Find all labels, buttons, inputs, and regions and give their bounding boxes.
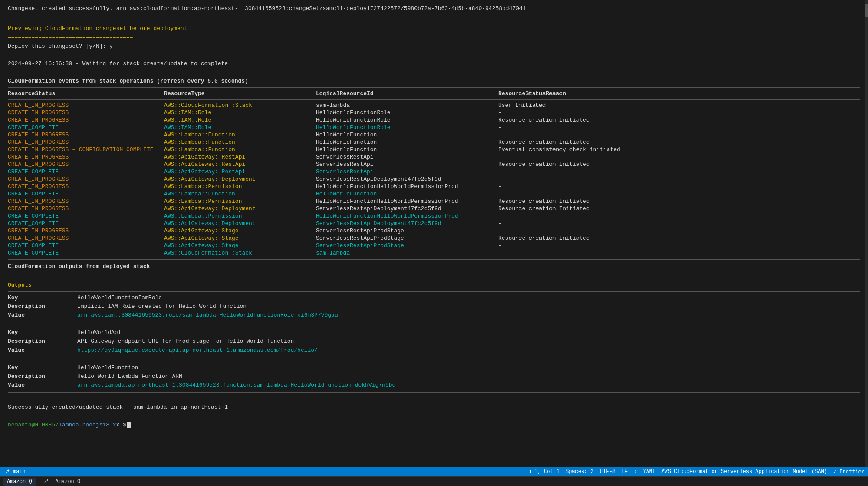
row-reason: User Initiated xyxy=(498,102,860,109)
output-row-3-desc: Description Hello World Lambda Function … xyxy=(8,372,860,381)
row-status: CREATE_IN_PROGRESS xyxy=(8,102,164,109)
row-type: AWS::Lambda::Permission xyxy=(164,183,316,190)
blank xyxy=(8,272,860,281)
table-row: CREATE_COMPLETE AWS::Lambda::Permission … xyxy=(8,212,860,220)
output-row-3: Key HelloWorldFunction xyxy=(8,364,860,372)
table-row: CREATE_IN_PROGRESS AWS::Lambda::Function… xyxy=(8,131,860,139)
row-status: CREATE_IN_PROGRESS xyxy=(8,228,164,234)
row-reason: Resource creation Initiated xyxy=(498,161,860,168)
out-value-2: https://qy9iqhqiue.execute-api.ap-northe… xyxy=(77,346,860,355)
table-row: CREATE_IN_PROGRESS AWS::ApiGateway::Depl… xyxy=(8,175,860,183)
amazon-q-button[interactable]: Amazon Q xyxy=(3,478,36,486)
out-desc-1: Implicit IAM Role created for Hello Worl… xyxy=(77,302,860,311)
out-desc-2: API Gateway endpoint URL for Prod stage … xyxy=(77,337,860,346)
divider1 xyxy=(8,87,860,88)
output-row-3-val: Value arn:aws:lambda:ap-northeast-1:3084… xyxy=(8,381,860,390)
row-status: CREATE_COMPLETE xyxy=(8,169,164,175)
output-row-2-val: Value https://qy9iqhqiue.execute-api.ap-… xyxy=(8,346,860,355)
row-status: CREATE_IN_PROGRESS xyxy=(8,154,164,160)
row-status: CREATE_IN_PROGRESS xyxy=(8,117,164,123)
row-type: AWS::IAM::Role xyxy=(164,117,316,123)
row-logical: sam-lambda xyxy=(316,250,498,256)
row-logical: ServerlessRestApiProdStage xyxy=(316,235,498,241)
row-type: AWS::Lambda::Permission xyxy=(164,213,316,219)
row-status: CREATE_COMPLETE xyxy=(8,242,164,249)
waiting-line: 2024-09-27 16:36:30 - Waiting for stack … xyxy=(8,60,860,68)
row-reason: – xyxy=(498,132,860,138)
blank xyxy=(8,320,860,328)
row-reason: – xyxy=(498,176,860,182)
row-logical: ServerlessRestApiDeployment47fc2d5f9d xyxy=(316,220,498,227)
lang-icon: ↕ xyxy=(634,469,637,475)
row-reason: – xyxy=(498,242,860,249)
prompt-path: lambda-nodejs18.x xyxy=(59,422,116,428)
row-logical: ServerlessRestApi xyxy=(316,154,498,160)
row-status: CREATE_IN_PROGRESS xyxy=(8,198,164,205)
row-logical: ServerlessRestApi xyxy=(316,161,498,168)
row-status: CREATE_IN_PROGRESS – CONFIGURATION_COMPL… xyxy=(8,146,164,153)
row-reason: – xyxy=(498,228,860,234)
row-logical: HelloWorldFunction xyxy=(316,132,498,138)
row-reason: Resource creation Initiated xyxy=(498,139,860,145)
row-type: AWS::Lambda::Function xyxy=(164,139,316,145)
row-logical: HelloWorldFunctionRole xyxy=(316,124,498,131)
row-type: AWS::CloudFormation::Stack xyxy=(164,250,316,256)
row-logical: ServerlessRestApiDeployment47fc2d5f9d xyxy=(316,176,498,182)
table-row: CREATE_COMPLETE AWS::CloudFormation::Sta… xyxy=(8,249,860,257)
framework: AWS CloudFormation Serverless Applicatio… xyxy=(661,469,827,475)
table-row: CREATE_COMPLETE AWS::ApiGateway::Deploym… xyxy=(8,220,860,227)
row-logical: HelloWorldFunction xyxy=(316,146,498,153)
out-val-key-2: HelloWorldApi xyxy=(77,328,860,337)
divider5 xyxy=(8,392,860,393)
row-status: CREATE_IN_PROGRESS xyxy=(8,205,164,212)
row-logical: HelloWorldFunction xyxy=(316,139,498,145)
out-desc-label-3: Description xyxy=(8,372,77,381)
out-val-key-1: HelloWorldFunctionIamRole xyxy=(77,294,860,302)
out-key-2: Key xyxy=(8,328,77,337)
prompt-user: hemanth@HL00857 xyxy=(8,422,59,428)
row-type: AWS::ApiGateway::RestApi xyxy=(164,161,316,168)
prettier: ✓ Prettier xyxy=(833,469,865,475)
divider3 xyxy=(8,259,860,260)
col-header-logical: LogicalResourceId xyxy=(316,90,498,97)
table-row: CREATE_IN_PROGRESS AWS::ApiGateway::Rest… xyxy=(8,161,860,168)
terminal-content[interactable]: Changeset created successfully. arn:aws:… xyxy=(0,0,868,467)
row-status: CREATE_IN_PROGRESS xyxy=(8,161,164,168)
row-status: CREATE_IN_PROGRESS xyxy=(8,109,164,116)
row-type: AWS::ApiGateway::RestApi xyxy=(164,154,316,160)
scrollbar-thumb[interactable] xyxy=(865,4,868,17)
out-value-1: arn:aws:iam::308441659523:role/sam-lambd… xyxy=(77,311,860,320)
table-row: CREATE_IN_PROGRESS AWS::ApiGateway::Depl… xyxy=(8,205,860,212)
table-header: ResourceStatus ResourceType LogicalResou… xyxy=(8,89,860,98)
table-row: CREATE_IN_PROGRESS AWS::Lambda::Permissi… xyxy=(8,183,860,190)
row-logical: ServerlessRestApiProdStage xyxy=(316,228,498,234)
git-branch-icon: ⎇ xyxy=(3,469,10,475)
row-reason: – xyxy=(498,250,860,256)
row-type: AWS::ApiGateway::Stage xyxy=(164,228,316,234)
amazon-q-label[interactable]: Amazon Q xyxy=(56,479,81,485)
row-type: AWS::ApiGateway::RestApi xyxy=(164,169,316,175)
blank-line2 xyxy=(8,51,860,60)
row-type: AWS::ApiGateway::Deployment xyxy=(164,220,316,227)
out-key-1: Key xyxy=(8,294,77,302)
table-row: CREATE_IN_PROGRESS AWS::Lambda::Function… xyxy=(8,139,860,146)
row-status: CREATE_IN_PROGRESS xyxy=(8,176,164,182)
table-row: CREATE_IN_PROGRESS AWS::ApiGateway::Stag… xyxy=(8,235,860,242)
divider4 xyxy=(8,291,860,292)
status-bar-right: Ln 1, Col 1 Spaces: 2 UTF-8 LF ↕ YAML AW… xyxy=(525,469,865,475)
row-reason: Resource creation Initiated xyxy=(498,198,860,205)
row-status: CREATE_IN_PROGRESS xyxy=(8,132,164,138)
preview-divider: ===================================== xyxy=(8,33,860,42)
row-logical: HelloWorldFunctionRole xyxy=(316,109,498,116)
row-reason: – xyxy=(498,213,860,219)
row-status: CREATE_IN_PROGRESS xyxy=(8,183,164,190)
row-logical: HelloWorldFunctionHelloWorldPermissionPr… xyxy=(316,183,498,190)
row-type: AWS::Lambda::Function xyxy=(164,132,316,138)
deploy-prompt: Deploy this changeset? [y/N]: y xyxy=(8,42,860,51)
table-row: CREATE_IN_PROGRESS AWS::IAM::Role HelloW… xyxy=(8,116,860,124)
row-reason: – xyxy=(498,183,860,190)
eol: LF xyxy=(621,469,628,475)
scrollbar[interactable] xyxy=(865,0,868,467)
row-logical: HelloWorldFunctionHelloWorldPermissionPr… xyxy=(316,213,498,219)
row-type: AWS::ApiGateway::Stage xyxy=(164,235,316,241)
